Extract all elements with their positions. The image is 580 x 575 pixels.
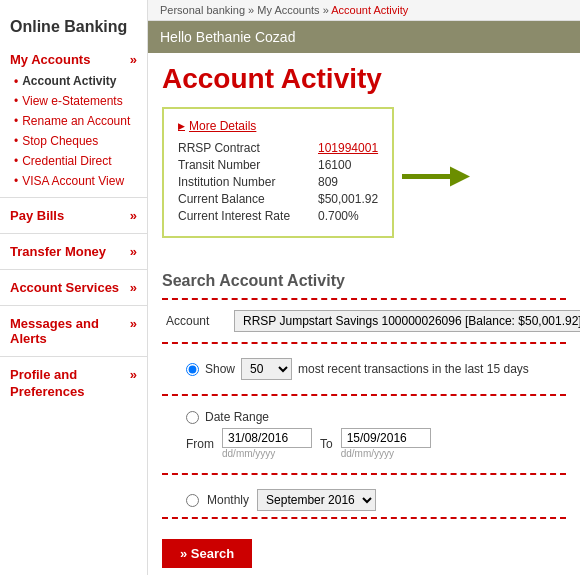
institution-value: 809 — [318, 175, 338, 189]
to-placeholder: dd/mm/yyyy — [341, 448, 431, 459]
sidebar-item-credential-direct[interactable]: Credential Direct — [0, 151, 147, 171]
monthly-row: Monthly September 2016 August 2016 July … — [162, 483, 566, 517]
divider-1 — [0, 197, 147, 198]
sidebar-item-stop-cheques[interactable]: Stop Cheques — [0, 131, 147, 151]
divider-4 — [0, 305, 147, 306]
greeting-text: Hello Bethanie Cozad — [160, 29, 295, 45]
interest-value: 0.700% — [318, 209, 359, 223]
show-row: Show 50 10 25 100 most recent transactio… — [162, 352, 566, 386]
sidebar: Online Banking My Accounts » Account Act… — [0, 0, 148, 575]
rrsp-contract-label: RRSP Contract — [178, 141, 298, 155]
breadcrumb: Personal banking » My Accounts » Account… — [148, 0, 580, 21]
search-button[interactable]: Search — [162, 539, 252, 568]
greeting-bar: Hello Bethanie Cozad — [148, 21, 580, 53]
interest-label: Current Interest Rate — [178, 209, 298, 223]
transfer-money-arrow: » — [130, 244, 137, 259]
balance-label: Current Balance — [178, 192, 298, 206]
profile-arrow: » — [130, 367, 137, 401]
date-range-section: Date Range From dd/mm/yyyy To dd/mm/yyyy — [162, 404, 566, 465]
monthly-radio[interactable] — [186, 494, 199, 507]
date-range-radio[interactable] — [186, 411, 199, 424]
account-services-label: Account Services — [10, 280, 119, 295]
sidebar-section-my-accounts[interactable]: My Accounts » — [0, 48, 147, 71]
divider-3 — [0, 269, 147, 270]
sidebar-section-profile[interactable]: Profile andPreferences » — [0, 363, 147, 405]
account-services-arrow: » — [130, 280, 137, 295]
account-label: Account — [166, 314, 226, 328]
sidebar-section-label: My Accounts — [10, 52, 90, 67]
balance-row: Current Balance $50,001.92 — [178, 192, 378, 206]
transit-label: Transit Number — [178, 158, 298, 172]
to-date-input[interactable] — [341, 428, 431, 448]
mid-divider-2 — [162, 394, 566, 396]
divider-5 — [0, 356, 147, 357]
from-placeholder: dd/mm/yyyy — [222, 448, 312, 459]
search-section-title: Search Account Activity — [162, 272, 566, 290]
breadcrumb-sep1: » — [248, 4, 257, 16]
more-details-link[interactable]: More Details — [178, 119, 378, 133]
transit-row: Transit Number 16100 — [178, 158, 378, 172]
pay-bills-arrow: » — [130, 208, 137, 223]
page-content: Account Activity More Details RRSP Contr… — [148, 53, 580, 575]
sidebar-section-messages[interactable]: Messages and Alerts » — [0, 312, 147, 350]
sidebar-title: Online Banking — [0, 10, 147, 48]
show-count-select[interactable]: 50 10 25 100 — [241, 358, 292, 380]
date-range-label: Date Range — [205, 410, 269, 424]
sidebar-item-view-estatements[interactable]: View e-Statements — [0, 91, 147, 111]
mid-divider-1 — [162, 342, 566, 344]
sidebar-section-pay-bills[interactable]: Pay Bills » — [0, 204, 147, 227]
institution-label: Institution Number — [178, 175, 298, 189]
page-title: Account Activity — [162, 63, 566, 95]
green-arrow — [402, 161, 472, 194]
divider-2 — [0, 233, 147, 234]
balance-value: $50,001.92 — [318, 192, 378, 206]
svg-marker-1 — [450, 166, 470, 186]
sidebar-section-transfer-money[interactable]: Transfer Money » — [0, 240, 147, 263]
main-content: Personal banking » My Accounts » Account… — [148, 0, 580, 575]
interest-row: Current Interest Rate 0.700% — [178, 209, 378, 223]
institution-row: Institution Number 809 — [178, 175, 378, 189]
account-details-box: More Details RRSP Contract 101994001 Tra… — [162, 107, 394, 238]
transit-value: 16100 — [318, 158, 351, 172]
search-section: Search Account Activity Account RRSP Jum… — [162, 272, 566, 568]
monthly-label: Monthly — [207, 493, 249, 507]
sidebar-item-account-activity[interactable]: Account Activity — [0, 71, 147, 91]
account-row: Account RRSP Jumpstart Savings 100000026… — [162, 310, 566, 332]
breadcrumb-personal: Personal banking — [160, 4, 245, 16]
breadcrumb-my-accounts: My Accounts — [257, 4, 319, 16]
sidebar-item-visa-account-view[interactable]: VISA Account View — [0, 171, 147, 191]
rrsp-contract-value[interactable]: 101994001 — [318, 141, 378, 155]
date-range-row: From dd/mm/yyyy To dd/mm/yyyy — [186, 428, 562, 459]
bottom-divider — [162, 517, 566, 519]
transfer-money-label: Transfer Money — [10, 244, 106, 259]
top-divider — [162, 298, 566, 300]
sidebar-section-account-services[interactable]: Account Services » — [0, 276, 147, 299]
messages-arrow: » — [130, 316, 137, 346]
mid-divider-3 — [162, 473, 566, 475]
breadcrumb-current: Account Activity — [331, 4, 408, 16]
profile-label: Profile andPreferences — [10, 367, 84, 401]
rrsp-contract-row: RRSP Contract 101994001 — [178, 141, 378, 155]
pay-bills-label: Pay Bills — [10, 208, 64, 223]
monthly-select[interactable]: September 2016 August 2016 July 2016 — [257, 489, 376, 511]
show-radio[interactable] — [186, 363, 199, 376]
account-select[interactable]: RRSP Jumpstart Savings 100000026096 [Bal… — [234, 310, 580, 332]
sidebar-section-arrow: » — [130, 52, 137, 67]
from-label: From — [186, 437, 214, 451]
from-date-input[interactable] — [222, 428, 312, 448]
show-suffix: most recent transactions in the last 15 … — [298, 362, 529, 376]
messages-label: Messages and Alerts — [10, 316, 130, 346]
to-label: To — [320, 437, 333, 451]
show-label: Show — [205, 362, 235, 376]
sidebar-item-rename-account[interactable]: Rename an Account — [0, 111, 147, 131]
breadcrumb-sep2: » — [323, 4, 332, 16]
